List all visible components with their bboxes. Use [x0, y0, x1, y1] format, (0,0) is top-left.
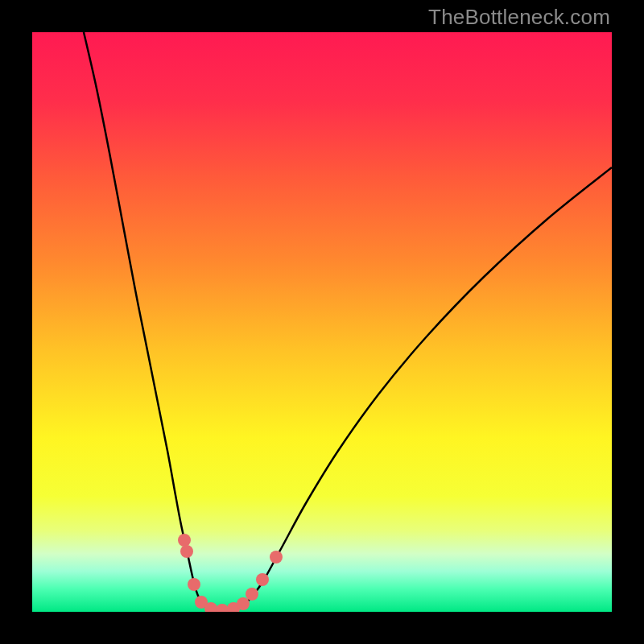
- data-marker: [180, 545, 193, 558]
- plot-area: [32, 32, 612, 612]
- data-marker: [246, 588, 258, 601]
- chart-svg: [32, 32, 612, 612]
- data-marker: [270, 551, 283, 564]
- data-marker: [188, 578, 200, 591]
- chart-frame: TheBottleneck.com: [0, 0, 644, 644]
- data-marker: [237, 597, 250, 610]
- data-marker: [178, 534, 191, 547]
- gradient-background: [32, 32, 612, 612]
- watermark-text: TheBottleneck.com: [428, 5, 610, 30]
- data-marker: [256, 573, 269, 586]
